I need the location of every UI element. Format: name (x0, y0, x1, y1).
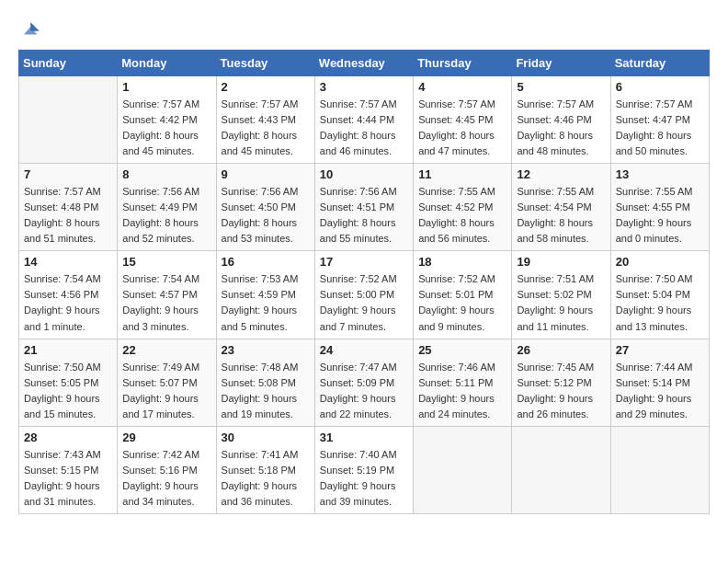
calendar-cell: 5Sunrise: 7:57 AMSunset: 4:46 PMDaylight… (512, 76, 610, 164)
calendar-cell: 24Sunrise: 7:47 AMSunset: 5:09 PMDayligh… (314, 339, 413, 426)
calendar-cell: 26Sunrise: 7:45 AMSunset: 5:12 PMDayligh… (512, 339, 610, 426)
calendar-cell: 2Sunrise: 7:57 AMSunset: 4:43 PMDaylight… (216, 76, 314, 164)
day-info: Sunrise: 7:56 AMSunset: 4:51 PMDaylight:… (320, 184, 408, 247)
day-number: 26 (517, 343, 605, 357)
calendar-table: SundayMondayTuesdayWednesdayThursdayFrid… (18, 50, 710, 514)
calendar-cell: 28Sunrise: 7:43 AMSunset: 5:15 PMDayligh… (19, 426, 118, 513)
day-number: 8 (122, 167, 210, 181)
day-info: Sunrise: 7:55 AMSunset: 4:54 PMDaylight:… (517, 184, 605, 247)
calendar-body: 1Sunrise: 7:57 AMSunset: 4:42 PMDaylight… (19, 76, 710, 514)
calendar-cell: 9Sunrise: 7:56 AMSunset: 4:50 PMDaylight… (216, 164, 314, 251)
day-number: 23 (222, 343, 310, 357)
day-info: Sunrise: 7:56 AMSunset: 4:49 PMDaylight:… (122, 184, 210, 247)
day-info: Sunrise: 7:46 AMSunset: 5:11 PMDaylight:… (418, 360, 506, 422)
day-number: 28 (24, 431, 112, 444)
day-number: 4 (418, 80, 506, 94)
day-number: 24 (320, 343, 408, 357)
calendar-cell: 17Sunrise: 7:52 AMSunset: 5:00 PMDayligh… (314, 251, 413, 339)
day-number: 18 (418, 255, 506, 269)
calendar-cell: 27Sunrise: 7:44 AMSunset: 5:14 PMDayligh… (610, 339, 709, 426)
day-number: 14 (24, 255, 112, 269)
day-info: Sunrise: 7:57 AMSunset: 4:45 PMDaylight:… (418, 97, 506, 159)
day-number: 30 (222, 431, 310, 444)
calendar-cell: 3Sunrise: 7:57 AMSunset: 4:44 PMDaylight… (314, 76, 413, 164)
day-info: Sunrise: 7:57 AMSunset: 4:44 PMDaylight:… (320, 97, 408, 159)
calendar-cell: 20Sunrise: 7:50 AMSunset: 5:04 PMDayligh… (610, 251, 709, 339)
calendar-week-0: 1Sunrise: 7:57 AMSunset: 4:42 PMDaylight… (19, 76, 710, 164)
day-info: Sunrise: 7:44 AMSunset: 5:14 PMDaylight:… (616, 360, 704, 422)
day-number: 5 (517, 80, 605, 94)
calendar-cell (512, 426, 610, 513)
day-info: Sunrise: 7:57 AMSunset: 4:48 PMDaylight:… (24, 184, 112, 247)
calendar-cell (19, 76, 118, 164)
day-number: 20 (616, 255, 704, 269)
calendar-cell: 25Sunrise: 7:46 AMSunset: 5:11 PMDayligh… (414, 339, 512, 426)
calendar-cell: 15Sunrise: 7:54 AMSunset: 4:57 PMDayligh… (118, 251, 216, 339)
day-number: 10 (320, 167, 408, 181)
day-info: Sunrise: 7:51 AMSunset: 5:02 PMDaylight:… (517, 271, 605, 334)
day-info: Sunrise: 7:55 AMSunset: 4:52 PMDaylight:… (418, 184, 506, 247)
day-number: 6 (616, 80, 704, 94)
calendar-cell: 11Sunrise: 7:55 AMSunset: 4:52 PMDayligh… (414, 164, 512, 251)
day-info: Sunrise: 7:57 AMSunset: 4:43 PMDaylight:… (222, 97, 310, 159)
day-info: Sunrise: 7:56 AMSunset: 4:50 PMDaylight:… (222, 184, 310, 247)
header-tuesday: Tuesday (216, 51, 314, 76)
header-wednesday: Wednesday (314, 51, 413, 76)
calendar-cell: 16Sunrise: 7:53 AMSunset: 4:59 PMDayligh… (216, 251, 314, 339)
day-info: Sunrise: 7:52 AMSunset: 5:01 PMDaylight:… (418, 271, 506, 334)
day-info: Sunrise: 7:40 AMSunset: 5:19 PMDaylight:… (320, 447, 408, 510)
logo-icon (18, 18, 40, 40)
calendar-header-row: SundayMondayTuesdayWednesdayThursdayFrid… (19, 51, 710, 76)
day-number: 13 (616, 167, 704, 181)
page-header (18, 18, 710, 40)
day-number: 15 (122, 255, 210, 269)
calendar-cell: 29Sunrise: 7:42 AMSunset: 5:16 PMDayligh… (118, 426, 216, 513)
calendar-cell: 4Sunrise: 7:57 AMSunset: 4:45 PMDaylight… (414, 76, 512, 164)
header-sunday: Sunday (19, 51, 118, 76)
day-info: Sunrise: 7:55 AMSunset: 4:55 PMDaylight:… (616, 184, 704, 247)
calendar-cell: 12Sunrise: 7:55 AMSunset: 4:54 PMDayligh… (512, 164, 610, 251)
calendar-cell: 31Sunrise: 7:40 AMSunset: 5:19 PMDayligh… (314, 426, 413, 513)
day-info: Sunrise: 7:53 AMSunset: 4:59 PMDaylight:… (222, 271, 310, 334)
header-monday: Monday (118, 51, 216, 76)
calendar-cell: 19Sunrise: 7:51 AMSunset: 5:02 PMDayligh… (512, 251, 610, 339)
day-info: Sunrise: 7:54 AMSunset: 4:57 PMDaylight:… (122, 271, 210, 334)
calendar-cell: 23Sunrise: 7:48 AMSunset: 5:08 PMDayligh… (216, 339, 314, 426)
day-number: 19 (517, 255, 605, 269)
day-number: 7 (24, 167, 112, 181)
calendar-cell: 18Sunrise: 7:52 AMSunset: 5:01 PMDayligh… (414, 251, 512, 339)
logo (18, 18, 42, 40)
calendar-cell (414, 426, 512, 513)
day-info: Sunrise: 7:48 AMSunset: 5:08 PMDaylight:… (222, 360, 310, 422)
calendar-cell: 22Sunrise: 7:49 AMSunset: 5:07 PMDayligh… (118, 339, 216, 426)
calendar-week-3: 21Sunrise: 7:50 AMSunset: 5:05 PMDayligh… (19, 339, 710, 426)
day-number: 31 (320, 431, 408, 444)
day-number: 3 (320, 80, 408, 94)
calendar-cell: 1Sunrise: 7:57 AMSunset: 4:42 PMDaylight… (118, 76, 216, 164)
day-info: Sunrise: 7:57 AMSunset: 4:47 PMDaylight:… (616, 97, 704, 159)
day-number: 1 (122, 80, 210, 94)
calendar-cell: 21Sunrise: 7:50 AMSunset: 5:05 PMDayligh… (19, 339, 118, 426)
calendar-cell: 30Sunrise: 7:41 AMSunset: 5:18 PMDayligh… (216, 426, 314, 513)
day-info: Sunrise: 7:54 AMSunset: 4:56 PMDaylight:… (24, 271, 112, 334)
calendar-cell: 8Sunrise: 7:56 AMSunset: 4:49 PMDaylight… (118, 164, 216, 251)
day-info: Sunrise: 7:41 AMSunset: 5:18 PMDaylight:… (222, 447, 310, 510)
day-number: 12 (517, 167, 605, 181)
day-number: 29 (122, 431, 210, 444)
day-info: Sunrise: 7:57 AMSunset: 4:42 PMDaylight:… (122, 97, 210, 159)
day-number: 9 (222, 167, 310, 181)
day-info: Sunrise: 7:43 AMSunset: 5:15 PMDaylight:… (24, 447, 112, 510)
header-friday: Friday (512, 51, 610, 76)
day-info: Sunrise: 7:57 AMSunset: 4:46 PMDaylight:… (517, 97, 605, 159)
day-info: Sunrise: 7:49 AMSunset: 5:07 PMDaylight:… (122, 360, 210, 422)
calendar-week-4: 28Sunrise: 7:43 AMSunset: 5:15 PMDayligh… (19, 426, 710, 513)
day-number: 16 (222, 255, 310, 269)
calendar-cell: 13Sunrise: 7:55 AMSunset: 4:55 PMDayligh… (610, 164, 709, 251)
day-number: 17 (320, 255, 408, 269)
day-number: 2 (222, 80, 310, 94)
day-info: Sunrise: 7:50 AMSunset: 5:04 PMDaylight:… (616, 271, 704, 334)
day-info: Sunrise: 7:42 AMSunset: 5:16 PMDaylight:… (122, 447, 210, 510)
header-thursday: Thursday (414, 51, 512, 76)
day-number: 22 (122, 343, 210, 357)
calendar-cell: 7Sunrise: 7:57 AMSunset: 4:48 PMDaylight… (19, 164, 118, 251)
